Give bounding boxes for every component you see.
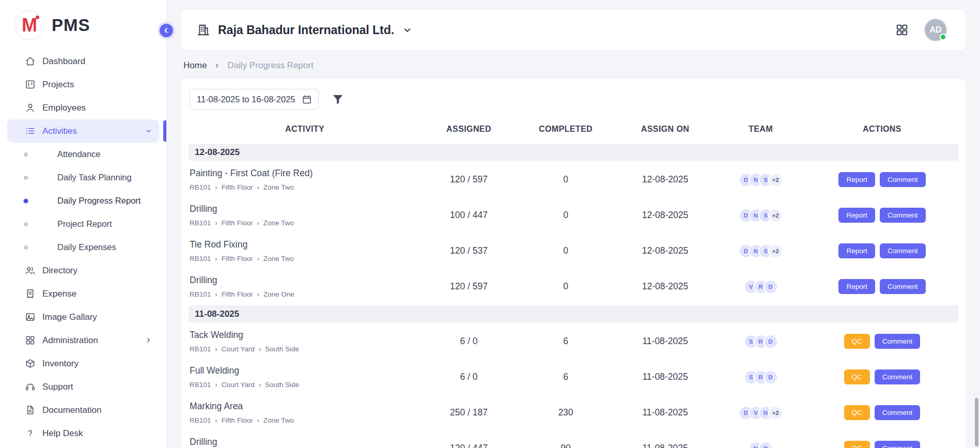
expense-icon <box>25 288 36 299</box>
sidebar-item-label: Projects <box>42 80 74 90</box>
chevron-right-icon: › <box>257 417 259 424</box>
sidebar-subitem-daily-expenses[interactable]: Daily Expenses <box>0 236 166 259</box>
sidebar-item-directory[interactable]: Directory <box>7 259 159 282</box>
sidebar-item-inventory[interactable]: Inventory <box>7 352 159 375</box>
path-segment: RB101 <box>190 290 211 298</box>
sidebar-item-activities[interactable]: Activities <box>7 119 159 143</box>
assigned-value: 120 / 597 <box>421 281 517 292</box>
activity-name: Drilling <box>190 275 416 286</box>
sidebar-subitem-daily-progress-report[interactable]: Daily Progress Report <box>0 189 166 212</box>
activity-name: Tie Rod Fixing <box>190 239 416 250</box>
sidebar-item-help-desk[interactable]: Help Desk <box>7 422 159 445</box>
company-selector[interactable]: Raja Bahadur International Ltd. <box>197 23 413 37</box>
sidebar-item-label: Expense <box>42 289 76 299</box>
breadcrumb-current: Daily Progress Report <box>227 60 313 71</box>
logo-letter: M <box>22 14 37 36</box>
team-avatars: VRD <box>715 280 806 294</box>
sidebar-item-image-gallary[interactable]: Image Gallary <box>7 305 159 329</box>
column-header-assigned: ASSIGNED <box>421 125 517 134</box>
sidebar-item-label: Activities <box>42 126 77 136</box>
sidebar-subitem-project-report[interactable]: Project Report <box>0 212 166 236</box>
sidebar-item-label: Documentation <box>42 405 101 415</box>
filter-funnel-icon[interactable] <box>331 92 345 106</box>
sidebar-item-dashboard[interactable]: Dashboard <box>7 50 159 73</box>
chevron-right-icon <box>213 62 221 69</box>
table-row: Drilling RB101›Fifth Floor›Zone Two 100 … <box>189 197 958 233</box>
apps-grid-icon[interactable] <box>895 23 909 37</box>
sidebar-item-projects[interactable]: Projects <box>7 73 159 96</box>
administration-icon <box>25 335 36 346</box>
column-header-assign-on: ASSIGN ON <box>615 125 715 134</box>
chevron-down-icon <box>402 25 413 36</box>
qc-button[interactable]: QC <box>844 334 870 349</box>
bullet-icon <box>24 176 28 180</box>
logo-text: PMS <box>52 16 90 35</box>
sidebar-item-support[interactable]: Support <box>7 375 159 398</box>
report-button[interactable]: Report <box>838 243 875 259</box>
comment-button[interactable]: Comment <box>880 279 926 295</box>
path-segment: Fifth Floor <box>222 183 253 191</box>
team-extra-badge: +2 <box>768 406 783 420</box>
path-segment: RB101 <box>190 345 211 353</box>
comment-button[interactable]: Comment <box>880 172 926 188</box>
sidebar-item-documentation[interactable]: Documentation <box>7 398 159 422</box>
completed-value: 6 <box>517 336 615 347</box>
path-segment: South Side <box>265 381 299 389</box>
qc-button[interactable]: QC <box>844 405 870 421</box>
table-row: Tack Welding RB101›Court Yard›South Side… <box>189 323 958 359</box>
sidebar-item-employees[interactable]: Employees <box>7 96 159 119</box>
completed-value: 0 <box>517 174 615 185</box>
completed-value: 0 <box>517 245 615 256</box>
completed-value: 90 <box>517 443 615 448</box>
chevron-right-icon: › <box>257 184 259 191</box>
qc-button[interactable]: QC <box>844 369 870 385</box>
report-button[interactable]: Report <box>838 279 875 295</box>
sidebar-subitem-daily-task-planning[interactable]: Daily Task Planning <box>0 166 166 189</box>
comment-button[interactable]: Comment <box>875 334 921 349</box>
chevron-right-icon: › <box>257 255 259 262</box>
comment-button[interactable]: Comment <box>880 208 926 223</box>
vertical-scrollbar[interactable] <box>975 398 978 446</box>
row-actions: QCComment <box>806 334 958 349</box>
chevron-right-icon: › <box>257 220 259 226</box>
assign-on-value: 11-08-2025 <box>615 443 715 448</box>
sidebar-nav: DashboardProjectsEmployeesActivitiesAtte… <box>0 48 166 445</box>
activity-path: RB101›Court Yard›South Side <box>190 381 416 389</box>
table-row: Full Welding RB101›Court Yard›South Side… <box>189 359 958 395</box>
sidebar-collapse-button[interactable] <box>158 22 175 39</box>
comment-button[interactable]: Comment <box>875 441 921 448</box>
bullet-icon <box>24 222 28 226</box>
sidebar-item-expense[interactable]: Expense <box>7 282 159 305</box>
sidebar-item-administration[interactable]: Administration <box>7 329 159 352</box>
path-segment: Fifth Floor <box>222 290 253 298</box>
comment-button[interactable]: Comment <box>875 369 921 385</box>
comment-button[interactable]: Comment <box>875 405 921 421</box>
qc-button[interactable]: QC <box>844 441 870 448</box>
team-avatars: SRD <box>715 334 806 349</box>
date-group-header: 12-08-2025 <box>189 144 958 161</box>
activity-name: Full Welding <box>190 365 416 376</box>
row-actions: QCComment <box>806 405 958 421</box>
team-avatars: DNS+2 <box>715 173 806 187</box>
date-group-header: 11-08-2025 <box>189 305 958 322</box>
assigned-value: 100 / 447 <box>421 210 517 221</box>
chevron-right-icon: › <box>257 291 259 298</box>
chevron-right-icon: › <box>215 255 217 262</box>
team-avatar: D <box>764 280 778 294</box>
report-button[interactable]: Report <box>838 208 875 223</box>
breadcrumb-home[interactable]: Home <box>183 60 207 71</box>
table-row: Tie Rod Fixing RB101›Fifth Floor›Zone Tw… <box>189 233 958 269</box>
activity-name: Drilling <box>190 437 416 447</box>
team-avatars: DNS+2 <box>715 244 806 258</box>
sidebar-subitem-attendance[interactable]: Attendance <box>0 143 166 166</box>
user-avatar[interactable]: AD <box>924 19 947 41</box>
sidebar-subitem-label: Attendance <box>57 149 100 159</box>
comment-button[interactable]: Comment <box>880 243 926 259</box>
assign-on-value: 12-08-2025 <box>615 245 715 256</box>
row-actions: ReportComment <box>806 172 958 188</box>
date-range-input[interactable]: 11-08-2025 to 16-08-2025 <box>190 89 319 110</box>
report-button[interactable]: Report <box>838 172 875 188</box>
activity-name: Tack Welding <box>190 330 416 341</box>
report-panel: 11-08-2025 to 16-08-2025 ACTIVITYASSIGNE… <box>181 79 966 448</box>
team-avatars: NR <box>715 441 806 448</box>
